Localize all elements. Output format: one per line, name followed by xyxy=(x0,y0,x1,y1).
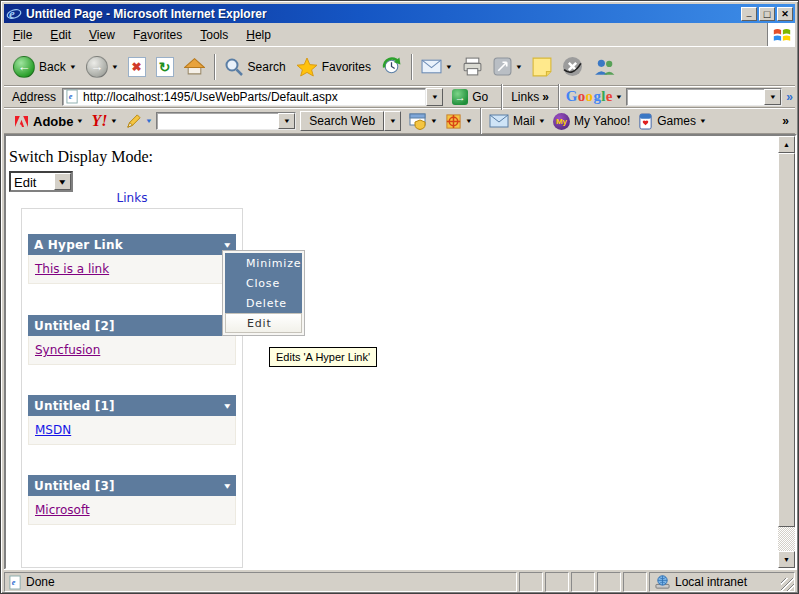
favorites-star-icon xyxy=(296,57,318,77)
webpart-verbs-menu: Minimize Close Delete Edit xyxy=(223,251,304,335)
browser-window: e Untitled Page - Microsoft Internet Exp… xyxy=(0,0,799,594)
mail-dropdown-icon[interactable] xyxy=(446,64,452,70)
yahoo-toolbar: Adobe Y! Search Web xyxy=(4,109,795,134)
google-search-dropdown-icon[interactable] xyxy=(764,89,781,105)
links-chevron-icon[interactable] xyxy=(542,90,549,104)
address-dropdown-icon[interactable] xyxy=(426,88,443,106)
webpart-header[interactable]: A Hyper Link xyxy=(28,234,236,255)
menu-item-close[interactable]: Close xyxy=(225,273,302,293)
search-web-dropdown-icon[interactable] xyxy=(384,111,401,131)
favorites-button[interactable]: Favorites xyxy=(291,55,376,79)
search-web-button[interactable]: Search Web xyxy=(300,111,384,131)
google-logo[interactable]: Google xyxy=(563,88,616,105)
menu-item-delete[interactable]: Delete xyxy=(225,293,302,313)
back-button[interactable]: Back xyxy=(8,54,81,80)
scroll-down-icon[interactable] xyxy=(778,551,795,568)
highlight-button[interactable] xyxy=(441,111,476,132)
go-button[interactable]: Go xyxy=(446,88,494,106)
address-bar: Address e http://localhost:1495/UseWebPa… xyxy=(4,86,795,108)
notes-button[interactable] xyxy=(527,55,557,79)
yahoo-dropdown-icon[interactable] xyxy=(111,118,117,124)
close-button[interactable] xyxy=(777,7,793,21)
webpart-verbs-button[interactable] xyxy=(225,402,230,409)
webpart-link[interactable]: Microsoft xyxy=(35,503,90,517)
games-icon xyxy=(638,113,653,130)
games-button[interactable]: Games xyxy=(634,111,710,132)
menu-edit[interactable]: Edit xyxy=(41,25,80,45)
search-button[interactable]: Search xyxy=(219,55,291,79)
address-input[interactable]: e http://localhost:1495/UseWebParts/Defa… xyxy=(62,88,426,106)
pencil-button[interactable] xyxy=(121,111,156,132)
google-search-input[interactable] xyxy=(626,88,783,106)
page-icon: e xyxy=(66,89,79,104)
resize-grip[interactable] xyxy=(781,578,794,591)
menu-item-minimize[interactable]: Minimize xyxy=(225,253,302,273)
adobe-button[interactable]: Adobe xyxy=(10,112,87,131)
my-yahoo-button[interactable]: My Yahoo! xyxy=(549,111,634,132)
scroll-up-icon[interactable] xyxy=(778,136,795,153)
tooltip: Edits 'A Hyper Link' xyxy=(269,347,377,367)
webpart-verbs-button[interactable] xyxy=(225,241,230,248)
yahoo-mail-dropdown-icon[interactable] xyxy=(539,118,545,124)
adobe-dropdown-icon[interactable] xyxy=(77,118,83,124)
contacts-button[interactable] xyxy=(588,55,621,78)
notes-icon xyxy=(532,57,552,77)
yahoo-search-dropdown-icon[interactable] xyxy=(278,113,295,129)
display-mode-select[interactable]: Edit xyxy=(9,171,73,192)
webpart-link[interactable]: Syncfusion xyxy=(35,343,100,357)
yahoo-mail-button[interactable]: Mail xyxy=(485,112,549,130)
links-label: Links xyxy=(511,90,539,104)
back-icon xyxy=(13,56,35,78)
maximize-button[interactable] xyxy=(759,7,775,21)
webpart-header[interactable]: Untitled [2] xyxy=(28,315,236,336)
print-button[interactable] xyxy=(457,55,488,78)
webpart-verbs-button[interactable] xyxy=(225,482,230,489)
forward-dropdown-icon[interactable] xyxy=(112,64,118,70)
fullscreen-button[interactable] xyxy=(488,55,527,78)
fullscreen-dropdown-icon[interactable] xyxy=(516,64,522,70)
history-icon xyxy=(381,56,402,77)
yahoo-button[interactable]: Y! xyxy=(87,110,121,132)
back-dropdown-icon[interactable] xyxy=(70,64,76,70)
menu-view[interactable]: View xyxy=(80,25,124,45)
address-overflow-chevron-icon[interactable] xyxy=(786,90,793,104)
scrollbar-thumb[interactable] xyxy=(778,153,795,527)
webpart-a-hyper-link: A Hyper Link This is a link xyxy=(28,234,236,284)
menu-help[interactable]: Help xyxy=(237,25,280,45)
webpart-header[interactable]: Untitled [3] xyxy=(28,475,236,496)
pencil-dropdown-icon[interactable] xyxy=(146,118,152,124)
svg-text:e: e xyxy=(12,578,16,587)
minimize-button[interactable] xyxy=(741,7,757,21)
status-pane-5 xyxy=(623,572,647,592)
popup-blocker-button[interactable] xyxy=(405,111,441,132)
links-toolbar-label[interactable]: Links xyxy=(506,90,554,104)
scrollbar-track[interactable] xyxy=(778,527,795,551)
google-dropdown-icon[interactable] xyxy=(616,94,622,100)
messenger-button[interactable] xyxy=(557,54,588,79)
forward-button[interactable] xyxy=(81,54,123,80)
refresh-button[interactable] xyxy=(151,55,179,79)
yahoo-overflow-chevron-icon[interactable] xyxy=(782,114,789,128)
home-button[interactable] xyxy=(179,55,210,78)
menu-bar: File Edit View Favorites Tools Help xyxy=(4,23,795,47)
games-dropdown-icon[interactable] xyxy=(700,118,706,124)
popup-blocker-dropdown-icon[interactable] xyxy=(431,118,437,124)
yahoo-search-input[interactable] xyxy=(156,112,296,130)
menu-item-edit[interactable]: Edit xyxy=(225,313,302,333)
adobe-label: Adobe xyxy=(33,114,73,129)
menu-file[interactable]: File xyxy=(4,25,41,45)
vertical-scrollbar[interactable] xyxy=(778,136,795,568)
webpart-link[interactable]: MSDN xyxy=(35,423,71,437)
webpart-title: Untitled [3] xyxy=(34,479,115,493)
mail-button[interactable] xyxy=(416,57,457,76)
stop-button[interactable] xyxy=(123,55,151,79)
webpart-header[interactable]: Untitled [1] xyxy=(28,395,236,416)
title-bar[interactable]: e Untitled Page - Microsoft Internet Exp… xyxy=(4,4,795,23)
status-bar: e Done Local intranet xyxy=(4,570,795,592)
highlight-dropdown-icon[interactable] xyxy=(466,118,472,124)
menu-favorites[interactable]: Favorites xyxy=(124,25,191,45)
history-button[interactable] xyxy=(376,54,407,79)
display-mode-dropdown-icon[interactable] xyxy=(54,173,71,190)
webpart-link[interactable]: This is a link xyxy=(35,262,109,276)
menu-tools[interactable]: Tools xyxy=(191,25,237,45)
